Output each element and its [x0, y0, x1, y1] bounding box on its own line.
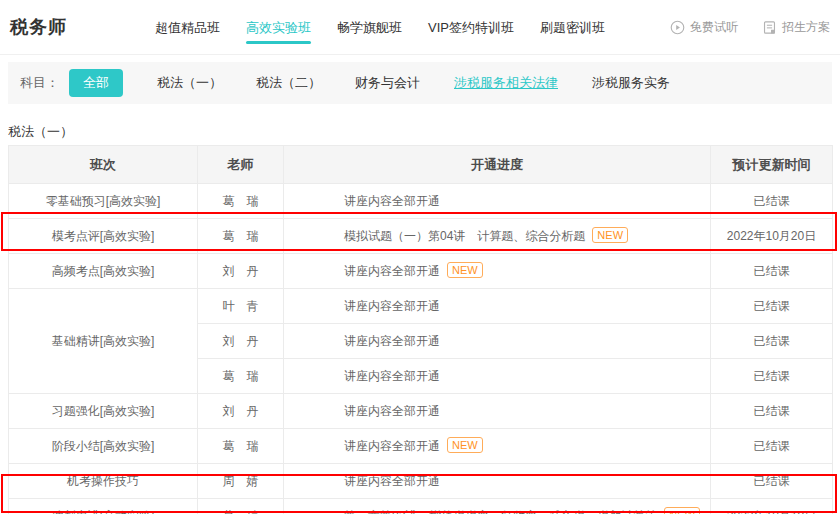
- progress-text: 讲座内容全部开通: [344, 334, 440, 348]
- class-cell: 模考点评[高效实验]: [9, 219, 198, 254]
- progress-text: 讲座内容全部开通: [344, 404, 440, 418]
- class-cell: 冲刺串讲[高效实验]: [9, 499, 198, 514]
- new-badge: NEW: [447, 262, 483, 278]
- nav-tab-1[interactable]: 高效实验班: [246, 0, 311, 55]
- top-nav: 税务师 超值精品班高效实验班畅学旗舰班VIP签约特训班刷题密训班 免费试听: [0, 0, 840, 55]
- section-title: 税法（一）: [8, 124, 832, 139]
- table-row: 零基础预习[高效实验]葛 瑞讲座内容全部开通已结课: [9, 184, 833, 219]
- table-header-row: 班次 老师 开通进度 预计更新时间: [9, 146, 833, 184]
- new-badge: NEW: [592, 227, 628, 243]
- teacher-cell: 周 婧: [198, 464, 284, 499]
- progress-text: 讲座内容全部开通: [344, 299, 440, 313]
- progress-cell: 第二章第02讲 增值税税率、征收率、减免税、税额计算等NEW: [284, 499, 711, 514]
- progress-cell: 讲座内容全部开通: [284, 464, 711, 499]
- class-cell: 基础精讲[高效实验]: [9, 289, 198, 394]
- table-row: 基础精讲[高效实验]叶 青讲座内容全部开通已结课: [9, 289, 833, 324]
- filter-option-3[interactable]: 财务与会计: [355, 74, 420, 92]
- table-row: 机考操作技巧周 婧讲座内容全部开通已结课: [9, 464, 833, 499]
- update-time-cell: 已结课: [711, 184, 833, 219]
- progress-text: 讲座内容全部开通: [344, 439, 440, 453]
- update-time-cell: 已结课: [711, 429, 833, 464]
- column-header-progress: 开通进度: [284, 146, 711, 184]
- update-time-cell: 2022年10月19日: [711, 499, 833, 514]
- update-time-cell: 已结课: [711, 394, 833, 429]
- filter-option-1[interactable]: 税法（一）: [157, 74, 222, 92]
- class-cell: 零基础预习[高效实验]: [9, 184, 198, 219]
- progress-text: 第二章第02讲 增值税税率、征收率、减免税、税额计算等: [344, 509, 657, 514]
- teacher-cell: 刘 丹: [198, 394, 284, 429]
- column-header-update-time: 预计更新时间: [711, 146, 833, 184]
- new-badge: NEW: [664, 507, 700, 514]
- progress-text: 讲座内容全部开通: [344, 194, 440, 208]
- teacher-cell: 葛 瑞: [198, 499, 284, 514]
- progress-cell: 讲座内容全部开通NEW: [284, 429, 711, 464]
- teacher-cell: 葛 瑞: [198, 184, 284, 219]
- subject-filter-label: 科目：: [20, 74, 59, 92]
- progress-text: 讲座内容全部开通: [344, 264, 440, 278]
- table-body: 零基础预习[高效实验]葛 瑞讲座内容全部开通已结课模考点评[高效实验]葛 瑞模拟…: [9, 184, 833, 514]
- filter-option-2[interactable]: 税法（二）: [256, 74, 321, 92]
- update-time-cell: 已结课: [711, 289, 833, 324]
- course-schedule-table: 班次 老师 开通进度 预计更新时间 零基础预习[高效实验]葛 瑞讲座内容全部开通…: [8, 145, 833, 514]
- class-cell: 高频考点[高效实验]: [9, 254, 198, 289]
- progress-cell: 讲座内容全部开通: [284, 184, 711, 219]
- nav-tab-3[interactable]: VIP签约特训班: [428, 0, 514, 55]
- column-header-class: 班次: [9, 146, 198, 184]
- teacher-cell: 刘 丹: [198, 254, 284, 289]
- table-row: 冲刺串讲[高效实验]葛 瑞第二章第02讲 增值税税率、征收率、减免税、税额计算等…: [9, 499, 833, 514]
- update-time-cell: 已结课: [711, 359, 833, 394]
- update-time-cell: 2022年10月20日: [711, 219, 833, 254]
- update-time-cell: 已结课: [711, 464, 833, 499]
- progress-cell: 讲座内容全部开通: [284, 324, 711, 359]
- nav-tab-4[interactable]: 刷题密训班: [540, 0, 605, 55]
- table-row: 模考点评[高效实验]葛 瑞模拟试题（一）第04讲 计算题、综合分析题NEW202…: [9, 219, 833, 254]
- page-title: 税务师: [10, 15, 67, 39]
- free-trial-button[interactable]: 免费试听: [670, 19, 738, 36]
- column-header-teacher: 老师: [198, 146, 284, 184]
- teacher-cell: 刘 丹: [198, 324, 284, 359]
- play-circle-icon: [670, 20, 685, 35]
- free-trial-label: 免费试听: [690, 19, 738, 36]
- progress-cell: 讲座内容全部开通NEW: [284, 254, 711, 289]
- class-cell: 阶段小结[高效实验]: [9, 429, 198, 464]
- enrollment-plan-label: 招生方案: [782, 19, 830, 36]
- filter-option-0[interactable]: 全部: [69, 69, 123, 97]
- class-cell: 习题强化[高效实验]: [9, 394, 198, 429]
- progress-cell: 模拟试题（一）第04讲 计算题、综合分析题NEW: [284, 219, 711, 254]
- teacher-cell: 葛 瑞: [198, 429, 284, 464]
- teacher-cell: 叶 青: [198, 289, 284, 324]
- update-time-cell: 已结课: [711, 324, 833, 359]
- progress-cell: 讲座内容全部开通: [284, 289, 711, 324]
- progress-cell: 讲座内容全部开通: [284, 359, 711, 394]
- progress-text: 模拟试题（一）第04讲 计算题、综合分析题: [344, 229, 585, 243]
- filter-option-5[interactable]: 涉税服务实务: [592, 74, 670, 92]
- class-type-tabs: 超值精品班高效实验班畅学旗舰班VIP签约特训班刷题密训班: [155, 0, 631, 55]
- document-icon: [762, 20, 777, 35]
- update-time-cell: 已结课: [711, 254, 833, 289]
- progress-text: 讲座内容全部开通: [344, 474, 440, 488]
- teacher-cell: 葛 瑞: [198, 219, 284, 254]
- subject-filter-bar: 科目： 全部税法（一）税法（二）财务与会计涉税服务相关法律涉税服务实务: [8, 62, 832, 104]
- nav-actions: 免费试听 招生方案: [646, 19, 830, 36]
- filter-option-4[interactable]: 涉税服务相关法律: [454, 74, 558, 92]
- class-cell: 机考操作技巧: [9, 464, 198, 499]
- table-row: 阶段小结[高效实验]葛 瑞讲座内容全部开通NEW已结课: [9, 429, 833, 464]
- table-row: 高频考点[高效实验]刘 丹讲座内容全部开通NEW已结课: [9, 254, 833, 289]
- progress-cell: 讲座内容全部开通: [284, 394, 711, 429]
- nav-tab-0[interactable]: 超值精品班: [155, 0, 220, 55]
- new-badge: NEW: [447, 437, 483, 453]
- progress-text: 讲座内容全部开通: [344, 369, 440, 383]
- table-row: 习题强化[高效实验]刘 丹讲座内容全部开通已结课: [9, 394, 833, 429]
- teacher-cell: 葛 瑞: [198, 359, 284, 394]
- nav-tab-2[interactable]: 畅学旗舰班: [337, 0, 402, 55]
- enrollment-plan-button[interactable]: 招生方案: [762, 19, 830, 36]
